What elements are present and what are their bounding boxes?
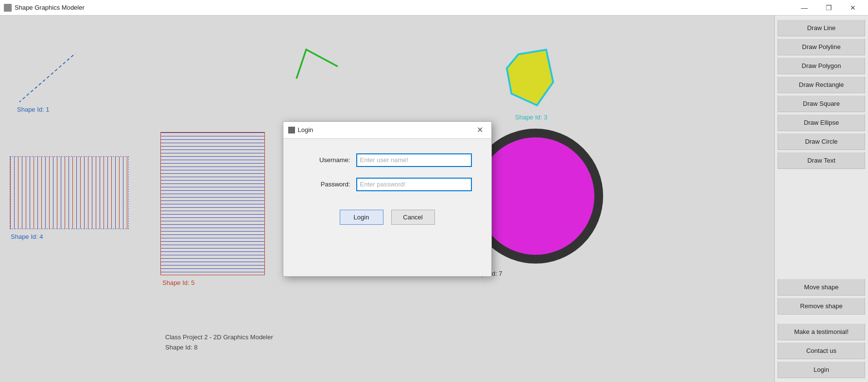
maximize-button[interactable]: ❐ [817,0,840,15]
move-shape-button[interactable]: Move shape [778,279,865,296]
draw-line-button[interactable]: Draw Line [778,19,865,36]
make-testimonial-button[interactable]: Make a testimonial! [778,323,865,340]
title-bar-controls: — ❐ ✕ [793,0,864,15]
sidebar-gap [778,316,865,321]
password-input[interactable] [356,178,472,191]
dialog-icon [288,127,295,133]
dialog-title: Login [298,126,313,133]
title-bar-left: Shape Graphics Modeler [4,4,85,12]
close-button[interactable]: ✕ [842,0,864,15]
login-button[interactable]: Login [778,361,865,378]
app-icon [4,4,12,12]
draw-square-button[interactable]: Draw Square [778,95,865,112]
dialog-cancel-button[interactable]: Cancel [391,210,435,225]
password-row: Password: [303,178,472,191]
username-row: Username: [303,153,472,167]
dialog-login-button[interactable]: Login [340,210,383,225]
login-dialog: Login ✕ Username: Password: [283,121,492,277]
main-layout: Shape Id: 1 Shape Id: 4 Shape Id: 5 Shap… [0,16,868,382]
sidebar-spacer [778,171,865,277]
sidebar: Draw Line Draw Polyline Draw Polygon Dra… [774,16,868,382]
draw-text-button[interactable]: Draw Text [778,152,865,169]
username-label: Username: [303,156,356,164]
username-input[interactable] [356,153,472,167]
draw-ellipse-button[interactable]: Draw Ellipse [778,114,865,131]
contact-us-button[interactable]: Contact us [778,342,865,359]
dialog-buttons: Login Cancel [303,210,472,234]
modal-overlay: Login ✕ Username: Password: [0,16,774,382]
draw-polyline-button[interactable]: Draw Polyline [778,38,865,55]
password-label: Password: [303,181,356,188]
dialog-title-left: Login [288,126,313,133]
minimize-button[interactable]: — [793,0,816,15]
draw-circle-button[interactable]: Draw Circle [778,133,865,150]
dialog-titlebar: Login ✕ [283,122,491,139]
draw-rectangle-button[interactable]: Draw Rectangle [778,76,865,93]
dialog-close-button[interactable]: ✕ [474,125,486,135]
title-bar: Shape Graphics Modeler — ❐ ✕ [0,0,868,16]
canvas-area[interactable]: Shape Id: 1 Shape Id: 4 Shape Id: 5 Shap… [0,16,774,382]
remove-shape-button[interactable]: Remove shape [778,298,865,315]
dialog-body: Username: Password: Login Cancel [283,139,491,276]
draw-polygon-button[interactable]: Draw Polygon [778,57,865,74]
app-title: Shape Graphics Modeler [15,4,85,11]
